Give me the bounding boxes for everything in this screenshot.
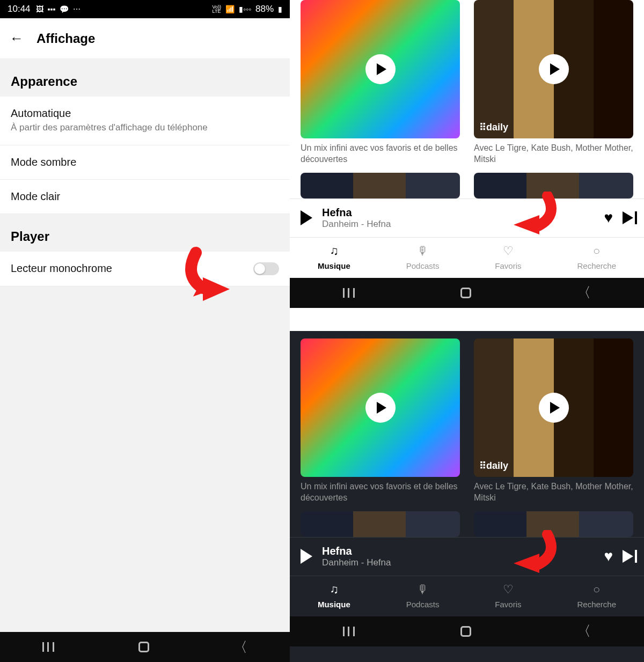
android-nav-bar: 〈 xyxy=(290,278,644,308)
gallery-icon: 🖼 xyxy=(36,5,43,13)
heart-icon: ♡ xyxy=(503,583,514,597)
daily-badge: ⠿daily xyxy=(479,460,508,472)
favorite-icon[interactable]: ♥ xyxy=(604,548,613,565)
next-icon[interactable] xyxy=(623,550,633,563)
play-button[interactable] xyxy=(539,393,569,423)
heart-icon: ♡ xyxy=(503,244,514,258)
card-caption: Avec Le Tigre, Kate Bush, Mother Mother,… xyxy=(474,481,633,504)
play-button[interactable] xyxy=(365,393,396,423)
tab-podcasts[interactable]: 🎙Podcasts xyxy=(406,583,440,609)
setting-label: Mode sombre xyxy=(11,156,279,168)
setting-label: Automatique xyxy=(11,107,279,120)
mic-icon: 🎙 xyxy=(417,244,429,258)
recents-icon[interactable] xyxy=(42,642,54,652)
bars-icon: ▪▪▪ xyxy=(48,5,56,13)
tab-music[interactable]: ♫Musique xyxy=(318,244,350,270)
flow-card[interactable] xyxy=(301,0,460,138)
chat-icon: 💬 xyxy=(60,5,69,13)
setting-monochrome-player[interactable]: Lecteur monochrome xyxy=(0,252,290,286)
annotation-arrow-bottom xyxy=(507,530,558,573)
music-icon: ♫ xyxy=(330,244,339,258)
thumbnail[interactable] xyxy=(301,173,460,198)
tab-favorites[interactable]: ♡Favoris xyxy=(495,583,521,609)
card-caption: Un mix infini avec vos favoris et de bel… xyxy=(301,481,460,504)
appearance-section-title: Apparence xyxy=(0,59,290,97)
recents-icon[interactable] xyxy=(343,627,355,636)
battery-percent: 88% xyxy=(255,4,274,14)
page-title: Affichage xyxy=(36,31,95,46)
search-icon: ○ xyxy=(593,244,600,258)
recents-icon[interactable] xyxy=(343,288,355,298)
play-button[interactable] xyxy=(365,54,396,84)
back-nav-icon[interactable]: 〈 xyxy=(577,622,591,641)
signal-icon: ▮◦◦◦ xyxy=(239,5,251,13)
mini-player[interactable]: Hefna Danheim - Hefna ♥ xyxy=(290,537,644,576)
daily-card[interactable]: ⠿daily xyxy=(474,0,633,138)
setting-sub: À partir des paramètres d'affichage du t… xyxy=(11,122,279,134)
favorite-icon[interactable]: ♥ xyxy=(604,209,613,226)
tab-podcasts[interactable]: 🎙Podcasts xyxy=(406,244,440,270)
card-caption: Un mix infini avec vos favoris et de bel… xyxy=(301,143,460,165)
volte-icon: Vo))LTE xyxy=(213,5,222,13)
home-icon[interactable] xyxy=(460,288,471,298)
tab-search[interactable]: ○Recherche xyxy=(577,244,616,270)
mini-player[interactable]: Hefna Danheim - Hefna ♥ xyxy=(290,198,644,237)
setting-light-mode[interactable]: Mode clair xyxy=(0,180,290,214)
android-nav-bar: 〈 xyxy=(290,616,644,646)
card-caption: Avec Le Tigre, Kate Bush, Mother Mother,… xyxy=(474,143,633,165)
more-icon: ⋯ xyxy=(73,5,80,13)
bottom-tabs: ♫Musique 🎙Podcasts ♡Favoris ○Recherche xyxy=(290,576,644,616)
mic-icon: 🎙 xyxy=(417,583,429,597)
battery-icon: ▮ xyxy=(278,5,282,13)
page-header: ← Affichage xyxy=(0,18,290,59)
next-icon[interactable] xyxy=(623,211,633,224)
annotation-arrow-top xyxy=(507,192,558,234)
music-icon: ♫ xyxy=(330,583,339,597)
setting-label: Mode clair xyxy=(11,190,279,203)
daily-badge: ⠿daily xyxy=(479,121,508,133)
play-button[interactable] xyxy=(539,54,569,84)
daily-card[interactable]: ⠿daily xyxy=(474,339,633,477)
tab-favorites[interactable]: ♡Favoris xyxy=(495,244,521,270)
status-time: 10:44 xyxy=(8,4,31,14)
play-icon[interactable] xyxy=(301,549,312,564)
svg-marker-2 xyxy=(514,554,539,573)
play-icon[interactable] xyxy=(301,210,312,225)
setting-label: Lecteur monochrome xyxy=(11,262,112,275)
setting-automatic[interactable]: Automatique À partir des paramètres d'af… xyxy=(0,97,290,145)
back-nav-icon[interactable]: 〈 xyxy=(233,638,247,657)
svg-marker-0 xyxy=(203,277,230,301)
monochrome-toggle[interactable] xyxy=(253,262,279,275)
thumbnail[interactable] xyxy=(301,511,460,537)
tab-music[interactable]: ♫Musique xyxy=(318,583,350,609)
setting-dark-mode[interactable]: Mode sombre xyxy=(0,145,290,180)
back-icon[interactable]: ← xyxy=(10,30,24,47)
flow-card[interactable] xyxy=(301,339,460,477)
home-icon[interactable] xyxy=(138,642,149,652)
annotation-arrow-left xyxy=(177,246,247,311)
back-nav-icon[interactable]: 〈 xyxy=(577,283,591,302)
wifi-icon: 📶 xyxy=(225,5,235,13)
svg-marker-1 xyxy=(514,215,539,234)
android-nav-bar: 〈 xyxy=(0,632,290,662)
tab-search[interactable]: ○Recherche xyxy=(577,583,616,609)
status-bar: 10:44 🖼 ▪▪▪ 💬 ⋯ Vo))LTE 📶 ▮◦◦◦ 88% ▮ xyxy=(0,0,290,18)
bottom-tabs: ♫Musique 🎙Podcasts ♡Favoris ○Recherche xyxy=(290,237,644,278)
search-icon: ○ xyxy=(593,583,600,597)
home-icon[interactable] xyxy=(460,626,471,637)
